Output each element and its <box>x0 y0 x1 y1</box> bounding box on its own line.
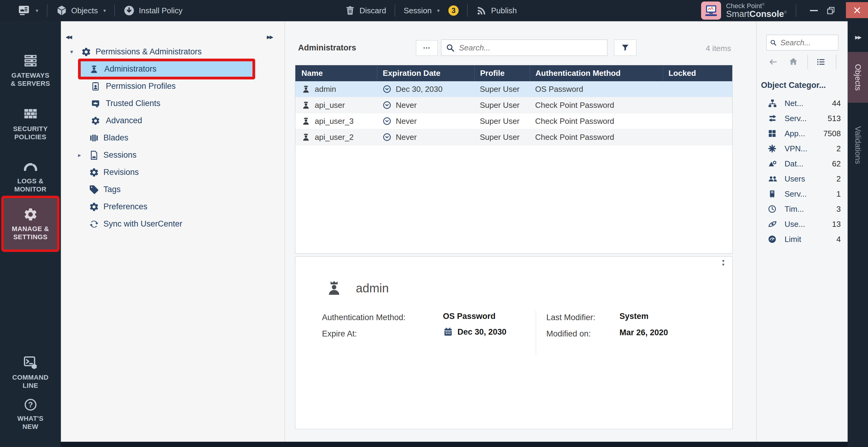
command-line-icon <box>23 355 38 371</box>
object-category-applications[interactable]: App... 7508 <box>757 126 847 141</box>
cube-icon <box>56 5 67 16</box>
monitor-icon <box>704 4 718 18</box>
logs-monitor-icon <box>23 159 38 174</box>
search-input[interactable] <box>458 43 603 53</box>
cell-locked <box>663 81 732 97</box>
sidebar-label: MANAGE &SETTINGS <box>12 225 49 241</box>
tree-item-sync-usercenter[interactable]: Sync with UserCenter <box>61 215 284 233</box>
filter-icon <box>621 43 630 52</box>
tree-item-administrators[interactable]: Administrators <box>61 60 284 78</box>
tree-item-advanced[interactable]: Advanced <box>61 112 284 129</box>
cell-expiration: Never <box>377 129 474 145</box>
category-count: 513 <box>828 114 841 123</box>
filter-button[interactable] <box>614 40 637 56</box>
objects-search-input[interactable] <box>780 38 835 47</box>
table-header: Name Expiration Date Profile Authenticat… <box>296 65 732 81</box>
collapse-objects-panel-button[interactable]: ▶▶ <box>848 34 868 40</box>
collapse-tree-button[interactable]: ◀◀ <box>66 34 71 40</box>
tree-item-preferences[interactable]: Preferences <box>61 198 284 215</box>
object-category-users[interactable]: Users 2 <box>757 171 847 186</box>
sidebar-item-manage-settings[interactable]: MANAGE &SETTINGS <box>4 207 57 241</box>
cell-auth: Check Point Password <box>530 129 663 145</box>
vpn-communities-icon <box>768 144 777 153</box>
sidebar-label: GATEWAYS& SERVERS <box>10 71 50 88</box>
clock-icon <box>768 204 777 213</box>
expand-tree-button[interactable]: ▶▶ <box>267 34 272 40</box>
tree-item-label: Sessions <box>103 150 137 160</box>
cell-profile: Super User <box>474 81 530 97</box>
sidebar-label: COMMANDLINE <box>12 373 49 390</box>
object-category-servers[interactable]: Serv... 1 <box>757 186 847 201</box>
list-view-button[interactable] <box>816 57 826 67</box>
install-policy-button[interactable]: Install Policy <box>123 5 183 16</box>
reg-mark: ® <box>784 10 787 15</box>
table-row[interactable]: admin Dec 30, 2030 Super User OS Passwor… <box>296 81 732 97</box>
admin-details-panel: ▾ ▾ admin Authentication Method: OS Pass… <box>295 256 733 429</box>
more-icon: ••• <box>423 45 431 51</box>
app-menu-button[interactable]: ▾ <box>18 4 38 17</box>
category-count: 62 <box>832 159 841 169</box>
sidebar-item-command-line[interactable]: COMMANDLINE <box>0 355 61 390</box>
data-center-icon <box>768 159 777 169</box>
tree-item-permission-profiles[interactable]: Permission Profiles <box>61 78 284 95</box>
items-count: 4 items <box>706 44 731 53</box>
home-icon <box>788 57 799 67</box>
object-category-vpn-communities[interactable]: VPN... 2 <box>757 141 847 156</box>
sidebar-item-logs-monitor[interactable]: LOGS &MONITOR <box>0 159 61 193</box>
table-row[interactable]: api_user_2 Never Super User Check Point … <box>296 129 732 145</box>
session-menu-button[interactable]: Session ▾ 3 <box>404 5 459 16</box>
tree-item-trusted-clients[interactable]: Trusted Clients <box>61 95 284 112</box>
titlebar-right-group: Check Point® SmartConsole® <box>701 0 868 21</box>
tab-validations[interactable]: Validations <box>848 107 868 183</box>
minimize-button[interactable] <box>805 2 823 19</box>
object-category-data-center[interactable]: Dat... 62 <box>757 156 847 171</box>
column-header-auth[interactable]: Authentication Method <box>530 65 663 81</box>
annotation-box-administrators: Administrators <box>78 59 255 79</box>
tree-item-label: Preferences <box>103 202 148 211</box>
object-category-time[interactable]: Tim... 3 <box>757 201 847 216</box>
expiration-clock-icon <box>382 101 392 110</box>
close-button[interactable] <box>846 2 868 18</box>
chevron-down-icon: ▾ <box>437 7 440 14</box>
primary-sidebar: GATEWAYS& SERVERS SECURITYPOLICIES LOGS … <box>0 21 61 447</box>
tree-item-blades[interactable]: Blades <box>61 129 284 146</box>
gear-icon <box>89 167 99 178</box>
expire-at-value: Dec 30, 2030 <box>443 327 506 337</box>
restore-button[interactable] <box>823 2 839 19</box>
object-category-limit[interactable]: Limit 4 <box>757 232 847 247</box>
tree-item-sessions[interactable]: ▸ Sessions <box>61 146 284 164</box>
tree-item-revisions[interactable]: Revisions <box>61 164 284 181</box>
sidebar-item-gateways-servers[interactable]: GATEWAYS& SERVERS <box>0 53 61 88</box>
column-header-name[interactable]: Name <box>296 65 377 81</box>
more-actions-button[interactable]: ••• <box>416 40 438 56</box>
home-button[interactable] <box>788 57 799 67</box>
object-category-networks[interactable]: Net... 44 <box>757 96 847 111</box>
gear-icon <box>89 202 99 212</box>
cell-expiration: Never <box>377 113 474 129</box>
column-header-expiration[interactable]: Expiration Date <box>377 65 474 81</box>
collapse-details-button[interactable]: ▾ ▾ <box>722 259 724 266</box>
discard-button[interactable]: Discard <box>345 5 386 16</box>
last-modifier-label: Last Modifier: <box>546 313 595 322</box>
tree-item-permissions-administrators[interactable]: ▾ Permissions & Administrators <box>61 43 284 60</box>
tab-objects[interactable]: Objects <box>848 52 868 103</box>
titlebar-center-group: Discard Session ▾ 3 Publish <box>345 0 517 21</box>
publish-button[interactable]: Publish <box>476 5 517 16</box>
tree-item-tags[interactable]: Tags <box>61 181 284 198</box>
sidebar-item-whats-new[interactable]: WHAT'SNEW <box>0 398 61 431</box>
back-button[interactable] <box>768 57 778 67</box>
column-header-locked[interactable]: Locked <box>663 65 732 81</box>
object-category-usercheck[interactable]: Use... 13 <box>757 216 847 232</box>
sidebar-item-security-policies[interactable]: SECURITYPOLICIES <box>0 106 61 141</box>
caret-down-icon: ▾ <box>66 48 77 55</box>
expiration-clock-icon <box>382 133 392 142</box>
table-row[interactable]: api_user_3 Never Super User Check Point … <box>296 113 732 129</box>
cell-name: admin <box>296 81 377 97</box>
column-header-profile[interactable]: Profile <box>474 65 530 81</box>
table-row[interactable]: api_user Never Super User Check Point Pa… <box>296 97 732 113</box>
usercheck-icon <box>768 219 777 229</box>
objects-menu-button[interactable]: Objects ▾ <box>56 5 106 16</box>
cell-auth: OS Password <box>530 81 663 97</box>
object-category-services[interactable]: Serv... 513 <box>757 111 847 126</box>
tree-item-label: Permission Profiles <box>106 81 176 91</box>
